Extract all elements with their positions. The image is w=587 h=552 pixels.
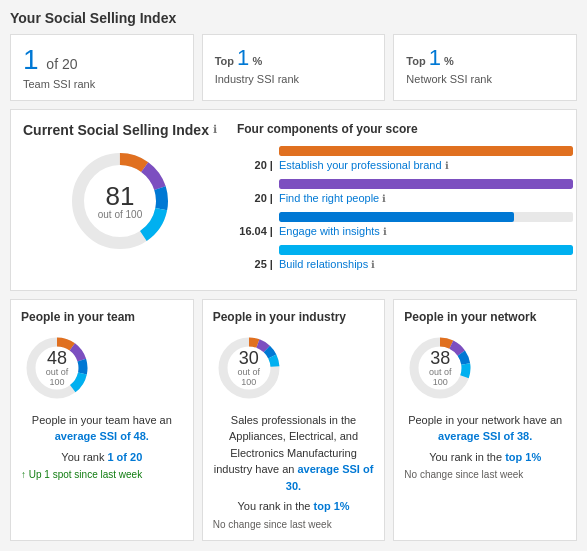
industry-donut: 30 out of 100 (213, 332, 285, 404)
comp-score-1: 20 | (237, 192, 273, 204)
bottom-row: People in your team 48 out of 100 (10, 299, 577, 541)
industry-score-label: 30 out of 100 (231, 349, 267, 387)
industry-people-top: 30 out of 100 (213, 332, 375, 404)
industry-desc2: average SSI of 30. (286, 463, 373, 492)
industry-top-suffix: % (249, 55, 262, 67)
component-row-1: 20 | Find the right people ℹ (237, 179, 564, 204)
comp-name-0[interactable]: Establish your professional brand ℹ (279, 159, 449, 171)
network-out-of: out of 100 (422, 367, 458, 387)
team-out-of: out of 100 (39, 367, 75, 387)
network-desc1: People in your network have an (408, 414, 562, 426)
industry-top-value: 1 (237, 45, 249, 70)
network-score-label: 38 out of 100 (422, 349, 458, 387)
industry-rank-label: Industry SSI rank (215, 73, 373, 85)
comp-score-2: 16.04 | (237, 225, 273, 237)
industry-out-of: out of 100 (231, 367, 267, 387)
network-top-suffix: % (441, 55, 454, 67)
comp-name-2[interactable]: Engage with insights ℹ (279, 225, 387, 237)
comp-help-2[interactable]: ℹ (383, 226, 387, 237)
industry-change-text: No change since last week (213, 519, 332, 530)
team-people-top: 48 out of 100 (21, 332, 183, 404)
ssi-score-value: 81 (98, 182, 142, 208)
network-rank-label: Network SSI rank (406, 73, 564, 85)
industry-rank-text: You rank in the top 1% (213, 498, 375, 515)
team-rank-suffix: of 20 (46, 56, 77, 72)
components-title: Four components of your score (237, 122, 564, 136)
page-wrapper: Your Social Selling Index 1 of 20 Team S… (0, 0, 587, 551)
team-rank-value[interactable]: 1 of 20 (107, 451, 142, 463)
industry-people-text: Sales professionals in the Appliances, E… (213, 412, 375, 495)
team-donut: 48 out of 100 (21, 332, 93, 404)
network-people-card: People in your network 38 out of 100 (393, 299, 577, 541)
team-card-title: People in your team (21, 310, 183, 324)
team-score-label: 48 out of 100 (39, 349, 75, 387)
team-rank-number: 1 of 20 (23, 45, 181, 76)
team-people-card: People in your team 48 out of 100 (10, 299, 194, 541)
ssi-section-title: Current Social Selling Index (23, 122, 209, 138)
ssi-score-label: 81 out of 100 (98, 182, 142, 219)
team-change-icon: ↑ (21, 469, 26, 480)
network-donut: 38 out of 100 (404, 332, 476, 404)
industry-score-value: 30 (231, 349, 267, 367)
industry-rank-card: Top 1 % Industry SSI rank (202, 34, 386, 101)
comp-name-1[interactable]: Find the right people ℹ (279, 192, 386, 204)
network-rank-value[interactable]: top 1% (505, 451, 541, 463)
network-top-value: 1 (429, 45, 441, 70)
comp-score-3: 25 | (237, 258, 273, 270)
component-row-2: 16.04 | Engage with insights ℹ (237, 212, 564, 237)
industry-card-title: People in your industry (213, 310, 375, 324)
network-change: No change since last week (404, 469, 566, 480)
team-change-text: Up 1 spot since last week (29, 469, 142, 480)
comp-help-1[interactable]: ℹ (382, 193, 386, 204)
team-people-text: People in your team have an average SSI … (21, 412, 183, 445)
industry-change: No change since last week (213, 519, 375, 530)
ssi-donut: 81 out of 100 (65, 146, 175, 256)
network-score-value: 38 (422, 349, 458, 367)
team-change: ↑ Up 1 spot since last week (21, 469, 183, 480)
ssi-left-panel: Current Social Selling Index ℹ (23, 122, 217, 278)
industry-rank-static: You rank in the (237, 500, 313, 512)
ranks-row: 1 of 20 Team SSI rank Top 1 % Industry S… (10, 34, 577, 101)
team-rank-text: You rank 1 of 20 (21, 449, 183, 466)
ssi-card: Current Social Selling Index ℹ (10, 109, 577, 291)
industry-rank-header: Top 1 % (215, 45, 373, 71)
industry-people-card: People in your industry 30 out of 100 (202, 299, 386, 541)
network-rank-header: Top 1 % (406, 45, 564, 71)
page-title: Your Social Selling Index (10, 10, 577, 26)
ssi-help-icon[interactable]: ℹ (213, 123, 217, 136)
component-row-0: 20 | Establish your professional brand ℹ (237, 146, 564, 171)
comp-name-3[interactable]: Build relationships ℹ (279, 258, 375, 270)
team-rank-static: You rank (61, 451, 107, 463)
team-score-value: 48 (39, 349, 75, 367)
industry-rank-value[interactable]: top 1% (314, 500, 350, 512)
comp-score-0: 20 | (237, 159, 273, 171)
network-people-top: 38 out of 100 (404, 332, 566, 404)
network-card-title: People in your network (404, 310, 566, 324)
comp-help-0[interactable]: ℹ (445, 160, 449, 171)
network-rank-static: You rank in the (429, 451, 505, 463)
network-desc2: average SSI of 38. (438, 430, 532, 442)
comp-help-3[interactable]: ℹ (371, 259, 375, 270)
team-desc1: People in your team have an (32, 414, 172, 426)
ssi-right-panel: Four components of your score 20 | Estab… (237, 122, 564, 278)
team-rank-card: 1 of 20 Team SSI rank (10, 34, 194, 101)
ssi-out-of: out of 100 (98, 208, 142, 219)
network-change-text: No change since last week (404, 469, 523, 480)
network-top-prefix: Top (406, 55, 428, 67)
team-rank-label: Team SSI rank (23, 78, 181, 90)
network-rank-card: Top 1 % Network SSI rank (393, 34, 577, 101)
component-row-3: 25 | Build relationships ℹ (237, 245, 564, 270)
industry-top-prefix: Top (215, 55, 237, 67)
network-people-text: People in your network have an average S… (404, 412, 566, 445)
team-desc2: average SSI of 48. (55, 430, 149, 442)
network-rank-text: You rank in the top 1% (404, 449, 566, 466)
